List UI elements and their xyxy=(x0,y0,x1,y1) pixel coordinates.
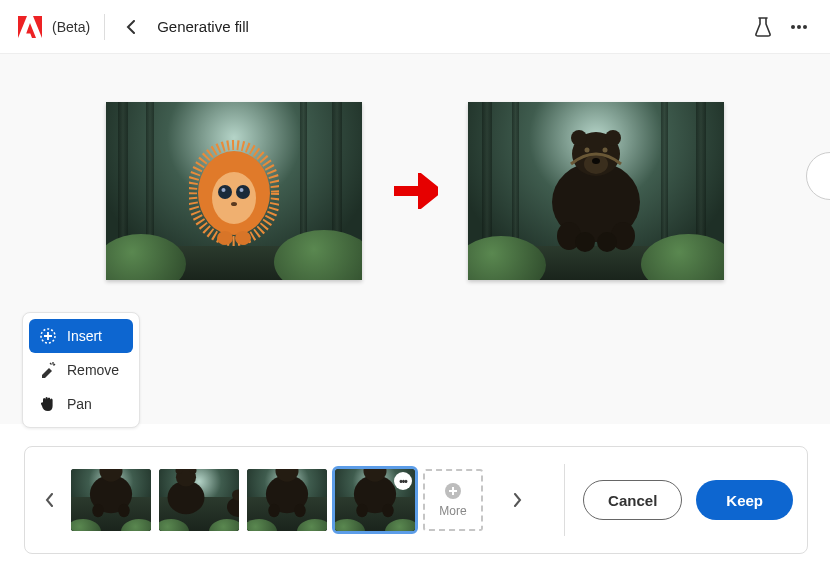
arrow-icon xyxy=(392,173,438,209)
pan-icon xyxy=(39,395,57,413)
generate-more-button[interactable]: More xyxy=(423,469,483,531)
adobe-logo xyxy=(18,15,42,39)
thumbnail-1[interactable] xyxy=(71,469,151,531)
tool-remove[interactable]: Remove xyxy=(29,353,133,387)
svg-point-33 xyxy=(118,504,130,517)
more-label: More xyxy=(439,504,466,518)
svg-point-13 xyxy=(235,231,251,245)
more-menu-icon[interactable] xyxy=(786,14,812,40)
tool-label: Pan xyxy=(67,396,92,412)
remove-icon xyxy=(39,361,57,379)
svg-point-18 xyxy=(605,130,621,146)
comparison-row xyxy=(0,54,830,280)
cancel-button[interactable]: Cancel xyxy=(583,480,682,520)
svg-point-50 xyxy=(356,504,368,517)
svg-point-9 xyxy=(236,185,250,199)
tool-pan[interactable]: Pan xyxy=(29,387,133,421)
thumbnail-menu-icon[interactable]: ••• xyxy=(394,472,412,490)
svg-point-25 xyxy=(575,232,595,252)
results-bar: ••• More Cancel Keep xyxy=(24,446,808,554)
tool-label: Remove xyxy=(67,362,119,378)
svg-point-45 xyxy=(294,504,306,517)
prev-button[interactable] xyxy=(39,490,59,510)
svg-point-17 xyxy=(571,130,587,146)
thumbnail-strip: ••• More xyxy=(71,469,483,531)
insert-icon xyxy=(39,327,57,345)
divider xyxy=(564,464,565,536)
svg-point-2 xyxy=(797,25,801,29)
divider xyxy=(104,14,105,40)
svg-point-12 xyxy=(217,231,233,245)
tool-panel: Insert Remove Pan xyxy=(22,312,140,428)
svg-point-7 xyxy=(218,185,232,199)
svg-point-22 xyxy=(603,148,608,153)
header: (Beta) Generative fill xyxy=(0,0,830,54)
plus-icon xyxy=(444,482,462,500)
thumbnail-2[interactable] xyxy=(159,469,239,531)
tool-insert[interactable]: Insert xyxy=(29,319,133,353)
thumbnail-3[interactable] xyxy=(247,469,327,531)
svg-point-3 xyxy=(803,25,807,29)
svg-rect-14 xyxy=(394,186,420,196)
back-button[interactable] xyxy=(119,15,143,39)
before-subject xyxy=(189,138,279,252)
keep-button[interactable]: Keep xyxy=(696,480,793,520)
next-button[interactable] xyxy=(507,490,527,510)
before-image xyxy=(106,102,362,280)
svg-point-21 xyxy=(585,148,590,153)
svg-point-8 xyxy=(222,188,226,192)
svg-point-26 xyxy=(597,232,617,252)
svg-point-6 xyxy=(212,172,256,224)
svg-point-10 xyxy=(240,188,244,192)
beta-label: (Beta) xyxy=(52,19,90,35)
page-title: Generative fill xyxy=(157,18,249,35)
svg-point-32 xyxy=(92,504,104,517)
after-subject xyxy=(531,124,661,258)
svg-point-51 xyxy=(382,504,394,517)
after-image xyxy=(468,102,724,280)
svg-point-44 xyxy=(268,504,280,517)
main-canvas: Insert Remove Pan xyxy=(0,54,830,424)
svg-point-1 xyxy=(791,25,795,29)
thumbnail-4[interactable]: ••• xyxy=(335,469,415,531)
svg-point-11 xyxy=(231,202,237,206)
svg-point-20 xyxy=(592,158,600,164)
tool-label: Insert xyxy=(67,328,102,344)
beaker-icon[interactable] xyxy=(750,14,776,40)
